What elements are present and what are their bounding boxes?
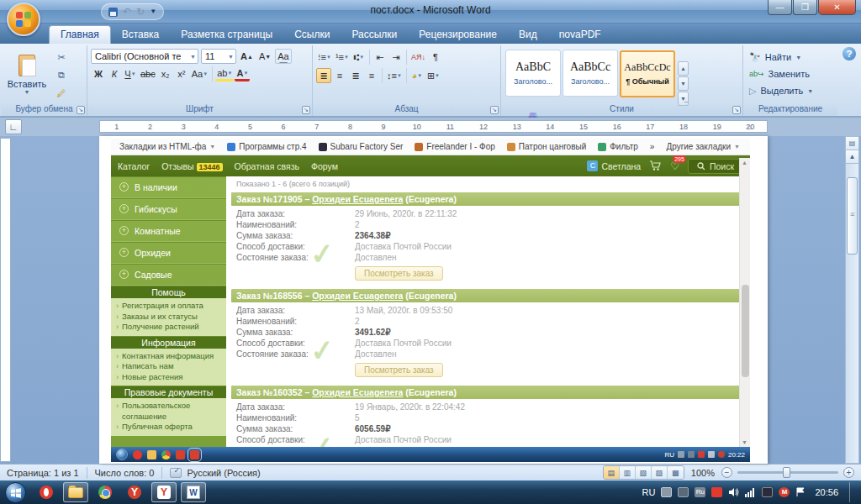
view-ruler-toggle-icon[interactable]: ▤ — [846, 137, 858, 150]
wishlist-button[interactable]: ♡ 295 — [670, 160, 679, 172]
sidebar-item-orhidei[interactable]: + Орхидеи — [111, 242, 226, 264]
view-order-button[interactable]: Посмотреть заказ — [355, 266, 443, 281]
tab-mailings[interactable]: Рассылки — [341, 26, 408, 44]
styles-dialog-launcher[interactable]: ↘ — [732, 106, 741, 114]
taskbar-yandex-button[interactable]: Y — [122, 482, 147, 502]
web-layout-view-button[interactable]: ▧ — [636, 466, 652, 479]
find-button[interactable]: 🔭 Найти ▼ — [747, 50, 834, 65]
underline-button[interactable]: Ч▼ — [123, 66, 138, 81]
sidebar-link[interactable]: ›Заказы и их статусы — [116, 312, 223, 323]
punto-switcher-tray-icon[interactable]: Ru — [695, 487, 705, 497]
nav-catalog-link[interactable]: Каталог — [118, 161, 150, 171]
document-page[interactable]: Закладки из HTML-фа▼ Программы стр.4 Sub… — [99, 136, 768, 464]
browser-scrollbar-thumb[interactable] — [742, 285, 749, 377]
sort-button[interactable]: АЯ↓ — [409, 50, 427, 65]
increase-indent-button[interactable]: ⇥ — [388, 50, 404, 65]
help-icon[interactable]: ? — [843, 47, 856, 60]
tray-language-indicator[interactable]: RU — [642, 487, 656, 497]
display-tray-icon[interactable] — [661, 487, 672, 497]
restore-button[interactable]: ❐ — [793, 0, 817, 15]
office-button-icon[interactable] — [7, 3, 40, 36]
bookmark-item[interactable]: Патрон цанговый — [507, 142, 586, 151]
bookmark-item[interactable]: Subaru Factory Ser — [319, 142, 404, 151]
nav-reviews-link[interactable]: Отзывы 13446 — [161, 161, 222, 171]
sidebar-item-gibiskusy[interactable]: + Гибискусы — [111, 198, 226, 220]
browser-scrollbar[interactable]: ▲ ▼ — [739, 158, 750, 447]
scroll-down-icon[interactable]: ▼ — [742, 439, 747, 445]
font-color-button[interactable]: A▼ — [235, 66, 250, 81]
styles-scroll-up-icon[interactable]: ▲ — [678, 61, 689, 76]
cart-icon[interactable] — [649, 160, 662, 171]
view-order-button[interactable]: Посмотреть заказ — [355, 363, 443, 377]
page-indicator[interactable]: Страница: 1 из 1 — [7, 468, 79, 478]
paragraph-dialog-launcher[interactable]: ↘ — [490, 106, 499, 114]
cut-icon[interactable]: ✂ — [52, 50, 71, 66]
order-link[interactable]: Орхидеи Ecuagenera — [312, 291, 403, 301]
styles-scroll-down-icon[interactable]: ▼ — [678, 76, 689, 91]
strikethrough-button[interactable]: abc — [139, 66, 157, 81]
horizontal-ruler[interactable]: 1234567891011121314151617181920 — [99, 120, 768, 133]
tab-view[interactable]: Вид — [508, 26, 548, 44]
zoom-out-button[interactable]: − — [721, 467, 732, 478]
highlight-button[interactable]: ab▼ — [215, 66, 234, 81]
scroll-up-icon[interactable]: ▲ — [846, 150, 858, 164]
other-bookmarks-button[interactable]: Другие закладки▼ — [666, 142, 740, 151]
numbering-button[interactable]: ¹≡▼ — [334, 50, 351, 65]
nav-forum-link[interactable]: Форум — [311, 161, 338, 171]
italic-button[interactable]: К — [107, 66, 122, 81]
align-left-button[interactable]: ≣ — [316, 68, 331, 83]
tab-page-layout[interactable]: Разметка страницы — [170, 26, 283, 44]
outline-view-button[interactable]: ▨ — [652, 466, 668, 479]
bookmark-item[interactable]: Фильтр — [598, 142, 638, 151]
sidebar-item-komnatnye[interactable]: + Комнатные — [111, 220, 226, 242]
font-family-combo[interactable]: Calibri (Основной те ▼ — [91, 49, 198, 64]
style-normal[interactable]: AaBbCcDc ¶ Обычный — [620, 50, 675, 97]
taskbar-opera-button[interactable] — [34, 482, 59, 502]
bookmark-item[interactable]: Программы стр.4 — [227, 142, 306, 151]
order-link[interactable]: Орхидеи Ecuagenera — [312, 194, 403, 204]
app-tray-icon[interactable] — [762, 487, 773, 497]
order-link[interactable]: Орхидеи Ecuagenera — [312, 387, 403, 397]
bookmarks-overflow-icon[interactable]: » — [650, 142, 655, 151]
taskbar-word-button[interactable]: W — [181, 482, 206, 502]
nav-feedback-link[interactable]: Обратная связь — [235, 161, 299, 171]
user-account-button[interactable]: С Светлана — [587, 160, 641, 171]
taskbar-chrome-button[interactable] — [92, 482, 118, 502]
word-count[interactable]: Число слов: 0 — [95, 468, 155, 478]
bookmark-item[interactable]: Закладки из HTML-фа▼ — [119, 142, 215, 151]
paste-button[interactable]: Вставить ▼ — [5, 48, 49, 102]
fullscreen-reading-view-button[interactable]: ▥ — [620, 466, 636, 479]
proofing-icon[interactable] — [170, 468, 182, 478]
decrease-indent-button[interactable]: ⇤ — [372, 50, 388, 65]
sidebar-link[interactable]: ›Публичная оферта — [116, 422, 223, 433]
format-painter-icon[interactable]: 🖉 — [52, 85, 71, 101]
word-scrollbar-thumb[interactable] — [847, 177, 858, 255]
sidebar-link[interactable]: ›Контактная информация — [116, 351, 223, 362]
taskbar-yandex-active-button[interactable]: Y — [151, 482, 177, 502]
close-button[interactable]: ✕ — [818, 0, 856, 15]
align-right-button[interactable]: ≣ — [348, 68, 363, 83]
superscript-button[interactable]: x² — [174, 66, 189, 81]
borders-button[interactable]: ⊞▼ — [425, 68, 441, 83]
style-heading2[interactable]: AaBbCc Заголово... — [563, 50, 618, 97]
sidebar-link[interactable]: ›Написать нам — [116, 361, 223, 372]
action-center-flag-icon[interactable] — [795, 487, 806, 497]
replace-button[interactable]: ab↪ Заменить — [747, 66, 834, 81]
grow-font-button[interactable]: A▲ — [239, 49, 255, 64]
volume-icon[interactable] — [728, 487, 739, 497]
taskbar-explorer-button[interactable] — [63, 482, 88, 502]
power-plug-tray-icon[interactable] — [678, 487, 689, 497]
font-dialog-launcher[interactable]: ↘ — [302, 106, 310, 114]
align-center-button[interactable]: ≡ — [332, 68, 347, 83]
style-heading1[interactable]: AaBbC Заголово... — [505, 50, 561, 97]
sidebar-item-sadovye[interactable]: + Садовые — [111, 264, 226, 286]
sidebar-link[interactable]: ›Пользовательское соглашение — [116, 401, 217, 422]
tab-insert[interactable]: Вставка — [111, 26, 171, 44]
network-signal-icon[interactable] — [745, 487, 756, 497]
zoom-slider-handle[interactable] — [783, 467, 790, 478]
taskbar-clock[interactable]: 20:56 — [815, 487, 838, 497]
clipboard-dialog-launcher[interactable]: ↘ — [77, 106, 85, 114]
flashget-tray-icon[interactable] — [711, 487, 722, 497]
subscript-button[interactable]: x₂ — [158, 66, 173, 81]
right-margin-marker[interactable]: △ — [747, 123, 752, 130]
